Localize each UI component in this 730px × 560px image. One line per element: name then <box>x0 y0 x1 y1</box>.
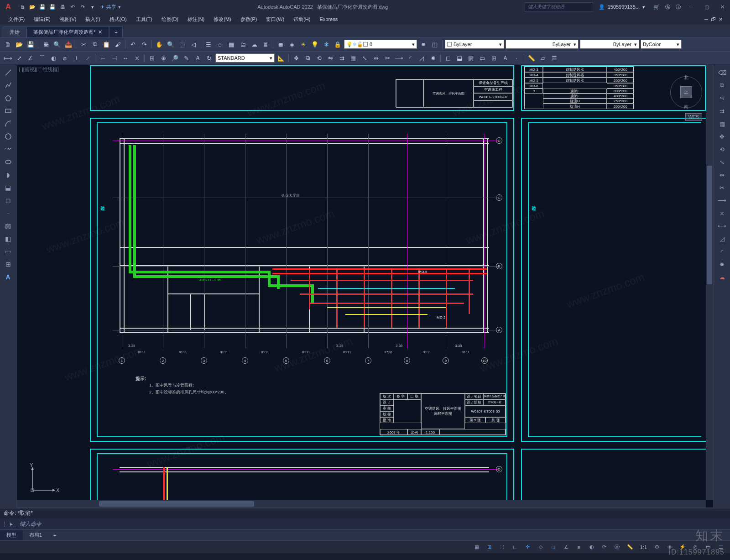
array-mod-icon[interactable]: ▦ <box>717 119 728 129</box>
circle-tool-icon[interactable] <box>3 131 14 141</box>
redo2-icon[interactable]: ↷ <box>139 39 149 49</box>
preview-icon[interactable]: 🔍 <box>52 39 62 49</box>
offset-icon[interactable]: ⇉ <box>337 53 347 63</box>
ellipse-arc-icon[interactable]: ◗ <box>3 170 14 180</box>
plot-icon[interactable]: 🖶 <box>58 3 67 11</box>
region-tool-icon[interactable]: ▭ <box>3 246 14 256</box>
menu-modify[interactable]: 修改(M) <box>209 16 236 23</box>
make-block-icon[interactable]: ◻ <box>3 195 14 205</box>
ellipse-tool-icon[interactable] <box>3 157 14 167</box>
mirror-mod-icon[interactable]: ⇋ <box>717 93 728 103</box>
sun-icon[interactable]: ☀ <box>298 39 308 49</box>
ortho-icon[interactable]: ∟ <box>510 542 521 552</box>
move-icon[interactable]: ✥ <box>291 53 301 63</box>
close-button[interactable]: ✕ <box>714 0 730 14</box>
tab-close-icon[interactable]: ✕ <box>98 29 102 35</box>
linetype-dropdown[interactable]: ByLayer▾ <box>506 40 579 49</box>
add-layout-button[interactable]: + <box>48 530 61 540</box>
rectangle-tool-icon[interactable] <box>3 106 14 116</box>
hatch-icon[interactable]: ▨ <box>466 53 476 63</box>
menu-parametric[interactable]: 参数(P) <box>236 16 262 23</box>
point-tool-icon[interactable]: · <box>3 208 14 218</box>
dim-edit-icon[interactable]: ✎ <box>181 53 191 63</box>
paste-icon[interactable]: 📋 <box>101 39 111 49</box>
distance-icon[interactable]: 📏 <box>527 53 537 63</box>
maximize-button[interactable]: ▢ <box>699 0 714 14</box>
tool-palettes-icon[interactable]: ▦ <box>226 39 236 49</box>
rotate-icon[interactable]: ⟲ <box>314 53 324 63</box>
qat-more-icon[interactable]: ▾ <box>89 3 97 11</box>
annomon-icon[interactable]: Ⓐ <box>612 542 623 552</box>
polar-icon[interactable]: ✛ <box>522 542 533 552</box>
array-icon[interactable]: ▦ <box>348 53 358 63</box>
region-icon[interactable]: ▭ <box>477 53 487 63</box>
info-icon[interactable]: ⓘ <box>676 4 681 10</box>
properties-icon[interactable]: ☰ <box>203 39 214 49</box>
table-tool-icon[interactable]: ⊞ <box>3 259 14 269</box>
undo2-icon[interactable]: ↶ <box>128 39 138 49</box>
textstyle-dropdown[interactable]: STANDARD▾ <box>215 53 275 63</box>
dim-continue-icon[interactable]: ⊣ <box>109 53 119 63</box>
mtext-tool-icon[interactable]: A <box>3 272 14 282</box>
view-cube[interactable]: 上 北 南 <box>670 76 702 108</box>
qcalc-icon[interactable]: 🖩 <box>261 39 271 49</box>
snap-mode-icon[interactable]: ⸬ <box>497 542 508 552</box>
osnap-icon[interactable]: □ <box>548 542 559 552</box>
dim-ordinate-icon[interactable]: ⊥ <box>71 53 81 63</box>
gradient-icon[interactable]: ◧ <box>3 234 14 244</box>
menu-insert[interactable]: 插入(I) <box>81 16 104 23</box>
doc-close-icon[interactable]: ✕ <box>719 16 723 22</box>
minimize-button[interactable]: ─ <box>683 0 699 14</box>
copy-icon[interactable]: ⧉ <box>90 39 100 49</box>
vertical-scrollbar[interactable] <box>706 65 713 500</box>
open-drawing-icon[interactable]: 📂 <box>14 39 24 49</box>
layer-states-icon[interactable]: ◈ <box>287 39 297 49</box>
table-icon[interactable]: ⊞ <box>489 53 499 63</box>
cycle-icon[interactable]: ⟳ <box>599 542 610 552</box>
insert-icon[interactable]: ⬓ <box>454 53 464 63</box>
layer-iso-icon[interactable]: ◫ <box>430 39 440 49</box>
lock-icon[interactable]: 🔒 <box>333 39 343 49</box>
menu-dimension[interactable]: 标注(N) <box>183 16 209 23</box>
cart-icon[interactable]: 🛒 <box>653 4 660 10</box>
menu-express[interactable]: Express <box>315 16 342 22</box>
save-icon[interactable]: 💾 <box>38 3 47 11</box>
layer-dropdown[interactable]: 💡❄🔓 0 ▾ <box>344 40 417 49</box>
copy-mod-icon[interactable]: ⧉ <box>717 80 728 90</box>
user-account[interactable]: 👤 1505999135... ▾ <box>599 4 645 10</box>
spline-tool-icon[interactable]: 〰 <box>3 144 14 154</box>
fillet-icon[interactable]: ◜ <box>405 53 415 63</box>
arc-tool-icon[interactable] <box>3 119 14 129</box>
plotstyle-dropdown[interactable]: ByColor▾ <box>641 40 682 49</box>
extend-mod-icon[interactable]: ⟶ <box>717 195 728 205</box>
otrack-icon[interactable]: ∠ <box>561 542 572 552</box>
doc-restore-icon[interactable]: 🗗 <box>711 16 716 22</box>
zoom-realtime-icon[interactable]: 🔍 <box>166 39 176 49</box>
workspace-icon[interactable]: ⚙ <box>652 542 662 552</box>
mtext-icon[interactable]: Ａ <box>500 53 510 63</box>
center-mark-icon[interactable]: ⊕ <box>158 53 168 63</box>
menu-format[interactable]: 格式(O) <box>105 16 131 23</box>
undo-icon[interactable]: ↶ <box>68 3 77 11</box>
model-space-icon[interactable]: ▦ <box>471 542 482 552</box>
dim-linear-icon[interactable]: ⟼ <box>3 53 13 63</box>
move-mod-icon[interactable]: ✥ <box>717 131 728 141</box>
block-icon[interactable]: ◻ <box>443 53 453 63</box>
line-tool-icon[interactable] <box>3 68 14 78</box>
copy2-icon[interactable]: ⧉ <box>302 53 313 63</box>
print-icon[interactable]: 🖶 <box>41 39 51 49</box>
area-icon[interactable]: ▱ <box>538 53 548 63</box>
menu-file[interactable]: 文件(F) <box>4 16 29 23</box>
hatch-tool-icon[interactable]: ▨ <box>3 221 14 231</box>
menu-window[interactable]: 窗口(W) <box>261 16 289 23</box>
stretch-icon[interactable]: ⇔ <box>371 53 381 63</box>
cmd-arrow-icon[interactable]: ▸_ <box>10 521 16 527</box>
lineweight-dropdown[interactable]: ByLayer▾ <box>580 40 639 49</box>
saveas-icon[interactable]: 💾 <box>48 3 57 11</box>
chamfer-icon[interactable]: ◿ <box>417 53 427 63</box>
redo-icon[interactable]: ↷ <box>78 3 87 11</box>
dim-angular-icon[interactable]: ∠ <box>26 53 36 63</box>
cut-icon[interactable]: ✂ <box>78 39 89 49</box>
trim-mod-icon[interactable]: ✂ <box>717 183 728 193</box>
join-icon[interactable]: ⟷ <box>717 221 728 231</box>
